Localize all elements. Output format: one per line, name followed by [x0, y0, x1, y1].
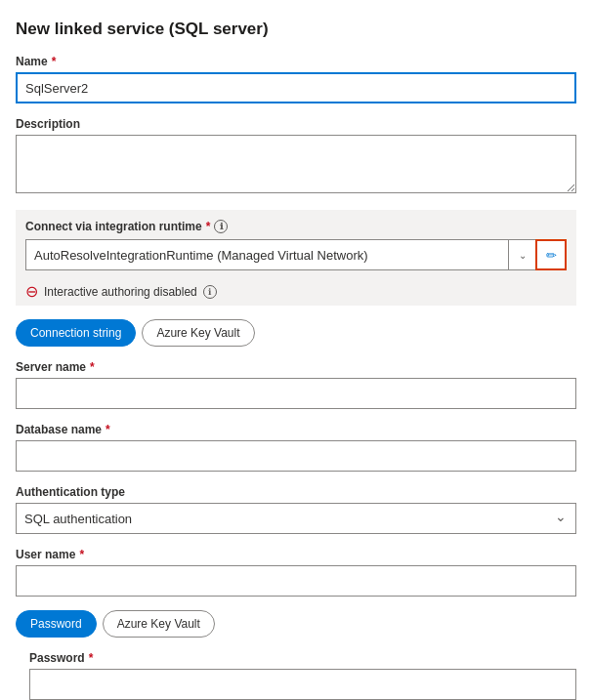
server-name-input[interactable]: [16, 378, 576, 409]
chevron-down-icon: ⌄: [519, 250, 527, 261]
password-label: Password *: [29, 651, 576, 665]
database-name-label: Database name *: [16, 423, 576, 436]
auth-type-select-wrapper: SQL authentication Windows authenticatio…: [16, 503, 576, 534]
ir-chevron-button[interactable]: ⌄: [508, 239, 535, 270]
ir-info-icon[interactable]: ℹ: [214, 220, 228, 233]
database-name-field-group: Database name *: [16, 423, 576, 472]
user-name-required: *: [79, 548, 84, 561]
azure-key-vault-tab[interactable]: Azure Key Vault: [142, 319, 254, 347]
connection-string-tab[interactable]: Connection string: [16, 319, 136, 347]
error-icon: ⊖: [25, 284, 38, 300]
name-required-marker: *: [52, 55, 57, 68]
name-input[interactable]: [16, 72, 576, 103]
description-input[interactable]: [16, 135, 576, 193]
ir-edit-button[interactable]: ✏: [535, 239, 567, 270]
auth-type-select[interactable]: SQL authentication Windows authenticatio…: [16, 503, 576, 534]
server-name-label: Server name *: [16, 360, 576, 374]
user-name-label: User name *: [16, 548, 576, 561]
ir-input-row: AutoResolveIntegrationRuntime (Managed V…: [25, 239, 567, 270]
connection-tab-group: Connection string Azure Key Vault: [16, 319, 576, 347]
password-field-group: Password *: [16, 651, 576, 700]
password-input[interactable]: [29, 669, 576, 700]
description-field-group: Description: [16, 117, 576, 196]
user-name-field-group: User name *: [16, 548, 576, 597]
database-name-required: *: [106, 423, 110, 436]
password-tab-group: Password Azure Key Vault: [16, 610, 576, 638]
integration-runtime-label: Connect via integration runtime * ℹ: [25, 220, 567, 233]
password-tab[interactable]: Password: [16, 610, 97, 638]
auth-type-label: Authentication type: [16, 485, 576, 499]
ir-value-display: AutoResolveIntegrationRuntime (Managed V…: [25, 239, 508, 270]
pencil-icon: ✏: [546, 248, 557, 263]
page-title: New linked service (SQL server): [16, 20, 576, 39]
password-azure-key-vault-tab[interactable]: Azure Key Vault: [103, 610, 215, 638]
name-label: Name *: [16, 55, 576, 68]
description-label: Description: [16, 117, 576, 131]
password-required: *: [89, 651, 94, 665]
database-name-input[interactable]: [16, 440, 576, 472]
interactive-authoring-info-icon[interactable]: ℹ: [203, 285, 217, 299]
user-name-input[interactable]: [16, 565, 576, 597]
name-field-group: Name *: [16, 55, 576, 103]
integration-runtime-section: Connect via integration runtime * ℹ Auto…: [16, 210, 576, 306]
server-name-required: *: [90, 360, 95, 374]
server-name-field-group: Server name *: [16, 360, 576, 409]
interactive-authoring-bar: ⊖ Interactive authoring disabled ℹ: [16, 278, 576, 306]
auth-type-field-group: Authentication type SQL authentication W…: [16, 485, 576, 534]
ir-required-marker: *: [206, 220, 211, 233]
